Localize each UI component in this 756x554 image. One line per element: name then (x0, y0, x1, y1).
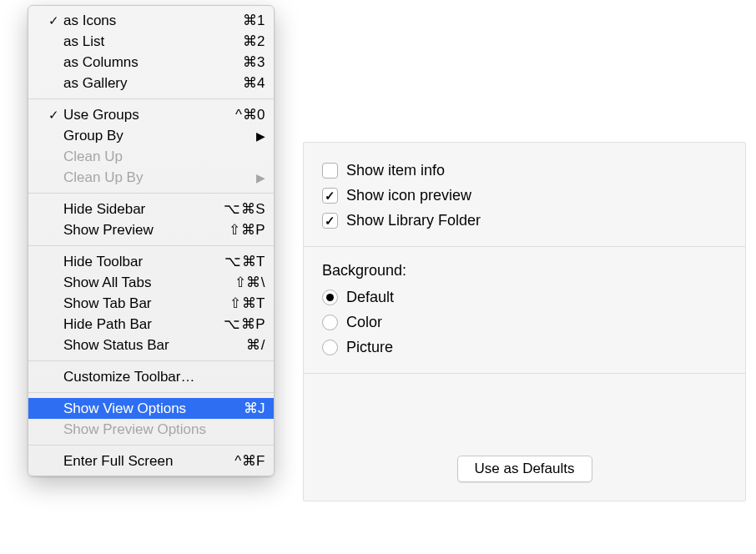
menu-item-customize-toolbar[interactable]: Customize Toolbar… (28, 366, 274, 387)
menu-separator (28, 245, 274, 246)
menu-item-label: as Icons (48, 13, 234, 29)
menu-separator (28, 193, 274, 194)
menu-item-as-gallery[interactable]: as Gallery ⌘4 (28, 73, 274, 93)
menu-item-label: Show All Tabs (48, 274, 226, 291)
menu-shortcut: ⇧⌘T (221, 295, 265, 312)
menu-shortcut: ⌥⌘S (215, 200, 265, 218)
menu-item-label: Hide Toolbar (48, 254, 216, 270)
submenu-arrow-icon: ▶ (256, 171, 265, 184)
menu-separator (28, 392, 274, 393)
menu-item-show-status-bar[interactable]: Show Status Bar ⌘/ (28, 335, 274, 355)
menu-item-label: as List (48, 33, 234, 50)
menu-item-label: Clean Up (48, 149, 265, 165)
menu-item-group-by[interactable]: Group By ▶ (28, 125, 274, 146)
checkmark-icon: ✓ (48, 13, 59, 28)
menu-shortcut: ⌥⌘P (215, 315, 265, 333)
background-heading: Background: (322, 262, 727, 280)
menu-item-label: Enter Full Screen (48, 453, 226, 470)
menu-item-as-columns[interactable]: as Columns ⌘3 (28, 52, 274, 73)
menu-item-as-icons[interactable]: ✓ as Icons ⌘1 (28, 10, 274, 31)
menu-shortcut: ⇧⌘P (220, 221, 265, 239)
radio-label: Picture (346, 339, 393, 356)
menu-item-label: Show Preview Options (48, 421, 265, 438)
checkbox-section: Show item info Show icon preview Show Li… (304, 143, 745, 246)
menu-item-hide-sidebar[interactable]: Hide Sidebar ⌥⌘S (28, 199, 274, 219)
menu-item-label: Show View Options (48, 400, 235, 417)
menu-shortcut: ⌘3 (234, 53, 265, 71)
menu-shortcut: ⌥⌘T (216, 253, 265, 270)
checkbox-show-library-folder[interactable] (322, 213, 338, 229)
menu-item-show-all-tabs[interactable]: Show All Tabs ⇧⌘\ (28, 272, 274, 293)
checkbox-show-icon-preview[interactable] (322, 188, 338, 204)
radio-bg-color[interactable] (322, 315, 338, 330)
panel-footer: Use as Defaults (304, 374, 745, 501)
radio-bg-default[interactable] (322, 290, 338, 305)
menu-shortcut: ^⌘F (226, 452, 265, 470)
checkbox-label: Show Library Folder (346, 212, 481, 229)
view-options-panel: Show item info Show icon preview Show Li… (303, 142, 746, 501)
menu-item-hide-path-bar[interactable]: Hide Path Bar ⌥⌘P (28, 314, 274, 335)
menu-shortcut: ⇧⌘\ (226, 274, 265, 291)
background-section: Background: Default Color Picture (304, 247, 745, 373)
menu-item-show-preview-options: Show Preview Options (28, 419, 274, 440)
menu-shortcut: ⌘J (235, 400, 266, 417)
radio-bg-picture[interactable] (322, 340, 338, 355)
menu-item-enter-full-screen[interactable]: Enter Full Screen ^⌘F (28, 451, 274, 471)
menu-item-hide-toolbar[interactable]: Hide Toolbar ⌥⌘T (28, 251, 274, 272)
menu-item-show-preview[interactable]: Show Preview ⇧⌘P (28, 219, 274, 240)
menu-item-label: Show Preview (48, 222, 220, 239)
radio-label: Color (346, 314, 382, 331)
menu-item-label: as Gallery (48, 75, 234, 92)
menu-shortcut: ⌘2 (234, 33, 265, 50)
menu-item-label: Hide Sidebar (48, 201, 215, 218)
menu-shortcut: ⌘/ (238, 336, 265, 354)
menu-item-label: Use Groups (48, 107, 227, 123)
menu-separator (28, 360, 274, 361)
menu-item-as-list[interactable]: as List ⌘2 (28, 31, 274, 52)
menu-shortcut: ⌘1 (234, 12, 265, 29)
submenu-arrow-icon: ▶ (256, 129, 265, 143)
checkbox-label: Show item info (346, 162, 445, 179)
menu-separator (28, 98, 274, 99)
menu-shortcut: ^⌘0 (227, 106, 265, 123)
menu-item-clean-up: Clean Up (28, 146, 274, 167)
menu-item-label: Group By (48, 128, 256, 144)
menu-item-show-view-options[interactable]: Show View Options ⌘J (28, 398, 274, 419)
menu-item-label: Hide Path Bar (48, 316, 215, 333)
radio-label: Default (346, 289, 394, 306)
view-menu: ✓ as Icons ⌘1 as List ⌘2 as Columns ⌘3 a… (28, 5, 275, 476)
menu-item-label: Clean Up By (48, 169, 256, 186)
checkbox-label: Show icon preview (346, 187, 471, 204)
menu-item-label: Show Status Bar (48, 337, 238, 354)
menu-item-label: as Columns (48, 54, 234, 71)
use-as-defaults-button[interactable]: Use as Defaults (457, 456, 592, 482)
menu-item-label: Show Tab Bar (48, 295, 221, 312)
menu-item-show-tab-bar[interactable]: Show Tab Bar ⇧⌘T (28, 293, 274, 314)
checkmark-icon: ✓ (48, 108, 59, 123)
menu-item-clean-up-by: Clean Up By ▶ (28, 167, 274, 188)
menu-item-use-groups[interactable]: ✓ Use Groups ^⌘0 (28, 104, 274, 125)
checkbox-show-item-info[interactable] (322, 163, 338, 179)
menu-separator (28, 445, 274, 446)
menu-item-label: Customize Toolbar… (48, 369, 265, 385)
menu-shortcut: ⌘4 (234, 74, 265, 92)
